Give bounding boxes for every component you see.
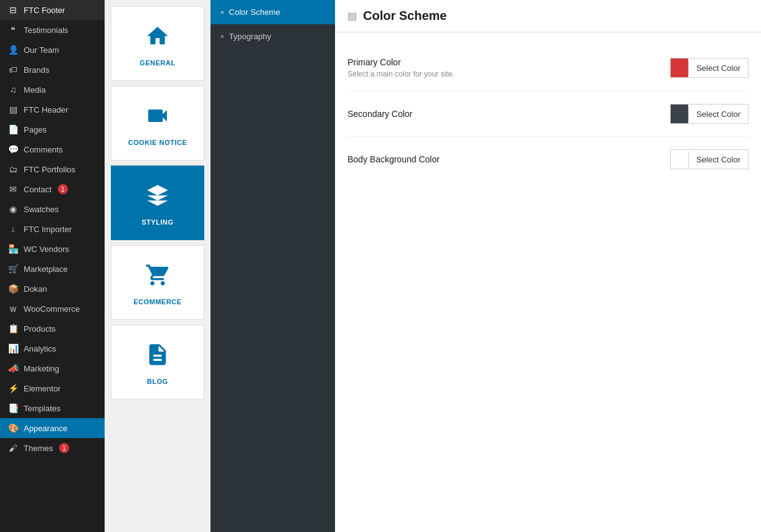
sidebar-label-our-team: Our Team <box>24 45 59 55</box>
sidebar-label-ftc-importer: FTC Importer <box>24 225 72 234</box>
color-label-group-primary: Primary ColorSelect a main color for you… <box>347 57 454 78</box>
panel-styling[interactable]: STYLING <box>111 166 204 240</box>
color-row-secondary: Secondary ColorSelect Color <box>347 91 749 137</box>
panel-cookie-notice[interactable]: COOKIE NOTICE <box>111 86 204 161</box>
panel-label-ecommerce: ECOMMERCE <box>133 298 181 306</box>
submenu-label-color-scheme: Color Scheme <box>229 7 280 17</box>
contact-icon: ✉ <box>7 184 19 194</box>
color-selector-btn-secondary[interactable]: Select Color <box>670 104 749 124</box>
badge-themes: 1 <box>59 443 69 453</box>
panel-label-styling: STYLING <box>141 218 173 226</box>
color-label-secondary: Secondary Color <box>347 109 412 119</box>
sidebar-item-ftc-portfolios[interactable]: 🗂FTC Portfolios <box>0 159 105 179</box>
color-swatch-body-bg <box>671 150 688 169</box>
sidebar-item-dokan[interactable]: 📦Dokan <box>0 279 105 299</box>
main-content: GENERALCOOKIE NOTICESTYLINGECOMMERCEBLOG… <box>105 0 761 532</box>
sidebar-item-marketplace[interactable]: 🛒Marketplace <box>0 259 105 279</box>
sidebar-label-marketplace: Marketplace <box>24 264 68 274</box>
settings-header: ▤ Color Scheme <box>335 0 761 32</box>
ecommerce-panel-icon <box>145 263 170 293</box>
panel-blog[interactable]: BLOG <box>111 325 204 399</box>
sidebar-label-testimonials: Testimonials <box>24 26 69 35</box>
marketplace-icon: 🛒 <box>7 264 19 274</box>
sidebar-item-elementor[interactable]: ⚡Elementor <box>0 378 105 398</box>
submenu-arrow-color-scheme: » <box>220 9 224 16</box>
sidebar-label-ftc-portfolios: FTC Portfolios <box>24 165 75 174</box>
comments-icon: 💬 <box>7 144 19 154</box>
sidebar-item-swatches[interactable]: ◉Swatches <box>0 199 105 219</box>
sidebar-item-products[interactable]: 📋Products <box>0 319 105 338</box>
sidebar-item-ftc-footer[interactable]: ⊟FTC Footer <box>0 0 105 20</box>
woocommerce-icon: w <box>7 304 19 314</box>
color-selector-btn-body-bg[interactable]: Select Color <box>670 149 749 169</box>
cookie-notice-panel-icon <box>145 103 170 134</box>
sidebar-item-comments[interactable]: 💬Comments <box>0 139 105 159</box>
sidebar-item-appearance[interactable]: 🎨Appearance <box>0 418 105 438</box>
sidebar-item-ftc-header[interactable]: ▤FTC Header <box>0 100 105 119</box>
marketing-icon: 📣 <box>7 363 19 373</box>
panel-general[interactable]: GENERAL <box>111 6 204 81</box>
submenu-item-typography[interactable]: »Typography <box>210 24 335 49</box>
color-label-primary: Primary Color <box>347 57 454 67</box>
sidebar-item-analytics[interactable]: 📊Analytics <box>0 338 105 358</box>
color-row-primary: Primary ColorSelect a main color for you… <box>347 45 749 91</box>
sidebar-label-themes: Themes <box>24 444 53 453</box>
sidebar-label-brands: Brands <box>24 65 49 75</box>
sidebar-item-ftc-importer[interactable]: ↓FTC Importer <box>0 219 105 239</box>
color-btn-label-secondary: Select Color <box>688 106 748 123</box>
color-label-group-secondary: Secondary Color <box>347 109 412 119</box>
color-btn-label-primary: Select Color <box>688 60 748 77</box>
sidebar-label-woocommerce: WooCommerce <box>24 304 80 314</box>
badge-contact: 1 <box>58 184 68 194</box>
elementor-icon: ⚡ <box>7 383 19 393</box>
templates-icon: 📑 <box>7 403 19 413</box>
ftc-header-icon: ▤ <box>7 105 19 114</box>
sidebar-label-swatches: Swatches <box>24 205 59 214</box>
sidebar-label-pages: Pages <box>24 125 47 134</box>
sidebar-item-pages[interactable]: 📄Pages <box>0 119 105 139</box>
panel-ecommerce[interactable]: ECOMMERCE <box>111 245 204 320</box>
settings-title: Color Scheme <box>363 9 447 23</box>
sidebar-item-marketing[interactable]: 📣Marketing <box>0 358 105 378</box>
pages-icon: 📄 <box>7 124 19 134</box>
sidebar-item-contact[interactable]: ✉Contact1 <box>0 179 105 199</box>
color-btn-label-body-bg: Select Color <box>688 151 748 168</box>
analytics-icon: 📊 <box>7 343 19 353</box>
sidebar-item-testimonials[interactable]: ❝Testimonials <box>0 20 105 40</box>
submenu-column: »Color Scheme»Typography <box>210 0 335 532</box>
color-swatch-secondary <box>671 105 688 123</box>
swatches-icon: ◉ <box>7 204 19 214</box>
ftc-portfolios-icon: 🗂 <box>7 164 19 174</box>
sidebar-label-elementor: Elementor <box>24 384 60 393</box>
sidebar-item-media[interactable]: ♫Media <box>0 80 105 100</box>
sidebar-item-themes[interactable]: 🖌Themes1 <box>0 438 105 458</box>
settings-body: Primary ColorSelect a main color for you… <box>335 32 761 194</box>
sidebar-item-brands[interactable]: 🏷Brands <box>0 60 105 80</box>
submenu-item-color-scheme[interactable]: »Color Scheme <box>210 0 335 24</box>
sidebar-item-templates[interactable]: 📑Templates <box>0 398 105 418</box>
sidebar-item-woocommerce[interactable]: wWooCommerce <box>0 299 105 319</box>
our-team-icon: 👤 <box>7 45 19 55</box>
wc-vendors-icon: 🏪 <box>7 244 19 254</box>
sidebar-label-appearance: Appearance <box>24 424 67 433</box>
sidebar-label-templates: Templates <box>24 404 60 413</box>
ftc-footer-icon: ⊟ <box>7 5 19 15</box>
blog-panel-icon <box>145 342 170 373</box>
color-label-body-bg: Body Background Color <box>347 154 440 164</box>
sidebar-label-products: Products <box>24 324 55 334</box>
sidebar-label-contact: Contact <box>24 185 52 194</box>
sidebar-label-ftc-footer: FTC Footer <box>24 6 65 15</box>
color-selector-btn-primary[interactable]: Select Color <box>670 58 749 78</box>
themes-icon: 🖌 <box>7 443 19 453</box>
sidebar-item-our-team[interactable]: 👤Our Team <box>0 40 105 60</box>
panel-label-cookie-notice: COOKIE NOTICE <box>128 139 187 146</box>
ftc-importer-icon: ↓ <box>7 224 19 234</box>
testimonials-icon: ❝ <box>7 25 19 35</box>
settings-panel: ▤ Color Scheme Primary ColorSelect a mai… <box>335 0 761 532</box>
submenu-label-typography: Typography <box>229 32 272 41</box>
sidebar-label-dokan: Dokan <box>24 284 47 294</box>
sidebar-label-media: Media <box>24 85 45 95</box>
submenu-arrow-typography: » <box>220 33 224 40</box>
panel-label-blog: BLOG <box>147 378 168 385</box>
sidebar-item-wc-vendors[interactable]: 🏪WC Vendors <box>0 239 105 259</box>
